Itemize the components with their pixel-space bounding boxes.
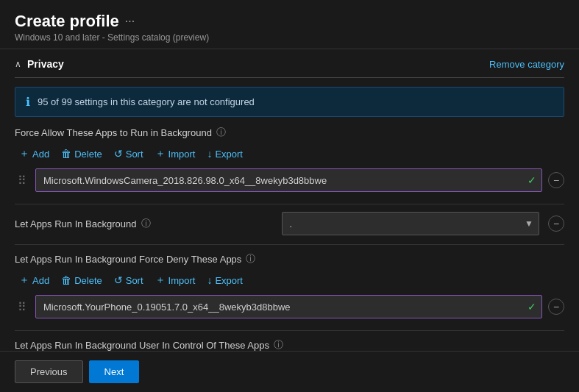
previous-button[interactable]: Previous (15, 360, 83, 383)
drag-handle-icon-2[interactable]: ⠿ (15, 300, 29, 314)
info-icon: ℹ (26, 95, 30, 109)
delete-icon-2: 🗑 (61, 274, 71, 286)
drag-handle-icon[interactable]: ⠿ (15, 174, 29, 188)
force-allow-export-button[interactable]: ↓ Export (202, 146, 247, 162)
divider-1 (15, 204, 564, 204)
let-apps-run-select-wrapper: . Allow Deny User is in control ▼ (282, 212, 540, 235)
category-header: ∧ Privacy Remove category (15, 49, 564, 78)
info-banner: ℹ 95 of 99 settings in this category are… (15, 87, 564, 117)
valid-check-icon: ✓ (528, 174, 536, 186)
next-button[interactable]: Next (89, 360, 140, 383)
let-apps-run-section: Let Apps Run In Background ⓘ . Allow Den… (15, 212, 564, 235)
force-deny-delete-button[interactable]: 🗑 Delete (57, 272, 107, 288)
force-deny-add-button[interactable]: ＋ Add (15, 271, 54, 289)
remove-category-link[interactable]: Remove category (489, 59, 564, 70)
force-deny-item-row: ⠿ ✓ − (15, 295, 564, 318)
let-apps-run-info-icon[interactable]: ⓘ (141, 217, 151, 230)
delete-icon: 🗑 (61, 148, 71, 160)
force-allow-item-row: ⠿ ✓ − (15, 168, 564, 192)
footer: Previous Next (0, 351, 579, 392)
main-content: ∧ Privacy Remove category ℹ 95 of 99 set… (0, 49, 579, 351)
add-icon-2: ＋ (19, 274, 29, 287)
header-menu-icon[interactable]: ··· (125, 15, 135, 28)
user-in-control-label: Let Apps Run In Background User In Contr… (15, 340, 269, 351)
force-allow-delete-button[interactable]: 🗑 Delete (57, 146, 107, 162)
force-allow-section: Force Allow These Apps to Run in Backgro… (15, 126, 564, 192)
force-deny-import-button[interactable]: ＋ Import (151, 271, 200, 289)
export-icon-2: ↓ (207, 274, 212, 286)
force-deny-section: Let Apps Run In Background Force Deny Th… (15, 252, 564, 318)
collapse-chevron-icon[interactable]: ∧ (15, 59, 21, 69)
force-allow-text-input[interactable] (35, 168, 542, 192)
let-apps-run-label-row: Let Apps Run In Background ⓘ (15, 217, 273, 230)
user-in-control-label-row: Let Apps Run In Background User In Contr… (15, 338, 564, 351)
category-title: Privacy (27, 58, 64, 70)
force-allow-input-wrapper: ✓ (35, 168, 542, 192)
force-deny-sort-button[interactable]: ↺ Sort (110, 272, 148, 288)
force-deny-info-icon[interactable]: ⓘ (246, 252, 255, 266)
force-allow-import-button[interactable]: ＋ Import (151, 145, 200, 163)
import-icon-2: ＋ (155, 274, 166, 287)
force-allow-toolbar: ＋ Add 🗑 Delete ↺ Sort ＋ Import ↓ Export (15, 145, 564, 163)
sort-icon: ↺ (114, 148, 123, 160)
sort-icon-2: ↺ (114, 274, 123, 286)
add-icon: ＋ (19, 147, 29, 160)
page-header: Create profile ··· Windows 10 and later … (0, 0, 579, 49)
force-allow-add-button[interactable]: ＋ Add (15, 145, 54, 163)
divider-2 (15, 244, 564, 245)
force-allow-sort-button[interactable]: ↺ Sort (110, 146, 148, 162)
force-deny-remove-item-button[interactable]: − (548, 299, 564, 315)
export-icon: ↓ (207, 148, 212, 160)
force-deny-input-wrapper: ✓ (35, 295, 542, 318)
force-deny-label: Let Apps Run In Background Force Deny Th… (15, 254, 241, 265)
let-apps-run-label: Let Apps Run In Background (15, 218, 137, 229)
page-title: Create profile (15, 12, 119, 31)
force-allow-label: Force Allow These Apps to Run in Backgro… (15, 127, 212, 138)
info-banner-text: 95 of 99 settings in this category are n… (38, 96, 255, 107)
valid-check-icon-2: ✓ (528, 301, 536, 313)
divider-3 (15, 330, 564, 331)
force-deny-label-row: Let Apps Run In Background Force Deny Th… (15, 252, 564, 266)
let-apps-run-remove-button[interactable]: − (548, 215, 564, 232)
import-icon: ＋ (155, 147, 166, 160)
let-apps-run-select[interactable]: . Allow Deny User is in control (282, 212, 540, 235)
force-allow-info-icon[interactable]: ⓘ (216, 126, 226, 139)
force-allow-remove-item-button[interactable]: − (548, 172, 564, 188)
user-in-control-info-icon[interactable]: ⓘ (274, 338, 283, 351)
force-deny-text-input[interactable] (35, 295, 542, 318)
page-subtitle: Windows 10 and later - Settings catalog … (15, 32, 564, 43)
category-title-row: ∧ Privacy (15, 58, 64, 70)
force-deny-export-button[interactable]: ↓ Export (202, 272, 247, 288)
force-allow-label-row: Force Allow These Apps to Run in Backgro… (15, 126, 564, 139)
force-deny-toolbar: ＋ Add 🗑 Delete ↺ Sort ＋ Import ↓ Export (15, 271, 564, 289)
